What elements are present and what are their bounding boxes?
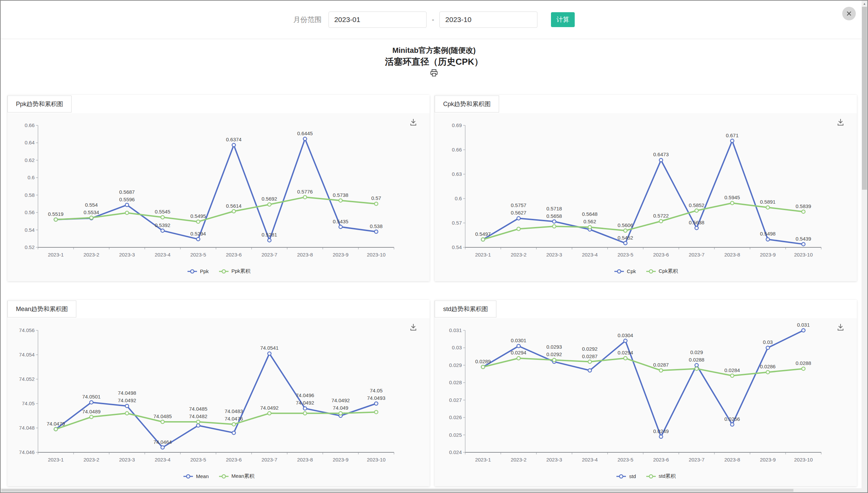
std累积-point[interactable]: [481, 365, 485, 369]
tab-cpk-trend[interactable]: Cpk趋势和累积图: [435, 96, 499, 112]
end-month-input[interactable]: [439, 12, 537, 28]
Cpk累积-point[interactable]: [517, 227, 520, 231]
Ppk累积-point[interactable]: [161, 215, 164, 219]
Ppk累积-point[interactable]: [232, 210, 236, 213]
Cpk-point[interactable]: [731, 139, 734, 143]
legend-item-std累积[interactable]: std累积: [646, 473, 676, 479]
legend-item-Cpk累积[interactable]: Cpk累积: [646, 268, 678, 274]
calculate-button[interactable]: 计算: [551, 12, 575, 27]
scroll-up-arrow[interactable]: ▲: [862, 1, 867, 7]
Cpk累积-point[interactable]: [481, 238, 485, 241]
legend-item-Cpk[interactable]: Cpk: [614, 268, 636, 274]
Cpk累积-point[interactable]: [802, 210, 805, 213]
std累积-point[interactable]: [659, 369, 663, 372]
Mean累积-point[interactable]: [54, 428, 58, 431]
Ppk累积-point[interactable]: [54, 218, 58, 221]
Mean累积-point[interactable]: [268, 412, 271, 415]
std-chart-canvas[interactable]: 0.0240.0250.0260.0270.0280.0290.030.0312…: [435, 320, 857, 474]
Cpk累积-point[interactable]: [588, 225, 592, 229]
Mean-point[interactable]: [268, 352, 271, 355]
std累积-point[interactable]: [624, 356, 627, 360]
std-point[interactable]: [517, 344, 520, 348]
Mean累积-point[interactable]: [90, 415, 93, 419]
Ppk累积-point[interactable]: [268, 203, 271, 206]
ppk-chart-canvas[interactable]: 0.520.540.560.580.60.620.640.662023-1202…: [7, 115, 430, 269]
Mean-point[interactable]: [90, 400, 93, 404]
Cpk-point[interactable]: [802, 243, 805, 246]
Mean-point[interactable]: [375, 402, 378, 405]
legend-item-Mean[interactable]: Mean: [183, 473, 209, 479]
std累积-point[interactable]: [695, 367, 698, 370]
horizontal-scrollbar[interactable]: [1, 488, 862, 492]
Ppk-point[interactable]: [268, 239, 271, 242]
tab-std-trend[interactable]: std趋势和累积图: [435, 301, 496, 317]
print-button[interactable]: [429, 68, 439, 79]
vertical-scrollbar-thumb[interactable]: [862, 7, 867, 190]
Mean累积-point[interactable]: [125, 412, 129, 415]
Mean-point[interactable]: [232, 431, 236, 434]
Mean累积-point[interactable]: [232, 423, 236, 426]
download-button[interactable]: [409, 323, 417, 332]
std-point[interactable]: [659, 435, 663, 438]
Cpk累积-point[interactable]: [624, 229, 627, 232]
legend-item-Mean累积[interactable]: Mean累积: [218, 473, 255, 479]
Cpk-point[interactable]: [766, 238, 770, 241]
Mean累积-point[interactable]: [197, 420, 200, 424]
Mean累积-point[interactable]: [339, 412, 342, 415]
close-button[interactable]: [842, 7, 856, 20]
std累积-point[interactable]: [553, 358, 556, 362]
Ppk-point[interactable]: [375, 230, 378, 233]
Ppk-point[interactable]: [161, 229, 164, 232]
Cpk-point[interactable]: [695, 226, 698, 230]
Cpk-point[interactable]: [553, 220, 556, 223]
download-button[interactable]: [836, 118, 845, 127]
cpk-chart-canvas[interactable]: 0.540.570.60.630.660.692023-12023-22023-…: [435, 115, 857, 269]
Ppk累积-point[interactable]: [303, 196, 307, 199]
legend-item-std[interactable]: std: [616, 473, 636, 479]
Ppk-point[interactable]: [232, 143, 236, 147]
horizontal-scrollbar-thumb[interactable]: [1, 489, 793, 492]
tab-mean-trend[interactable]: Mean趋势和累积图: [7, 301, 76, 317]
std累积-point[interactable]: [766, 370, 770, 374]
Ppk累积-point[interactable]: [90, 216, 93, 220]
Cpk-point[interactable]: [624, 242, 627, 245]
std-point[interactable]: [695, 364, 698, 367]
Mean累积-point[interactable]: [161, 420, 164, 424]
std累积-point[interactable]: [588, 360, 592, 364]
Cpk累积-point[interactable]: [659, 220, 663, 223]
Ppk累积-point[interactable]: [125, 211, 129, 214]
Mean-point[interactable]: [197, 424, 200, 427]
Mean-point[interactable]: [125, 404, 129, 408]
Ppk累积-point[interactable]: [197, 220, 200, 223]
Ppk累积-point[interactable]: [375, 202, 378, 205]
std-point[interactable]: [766, 346, 770, 349]
download-button[interactable]: [409, 118, 417, 127]
legend-item-Ppk累积[interactable]: Ppk累积: [218, 268, 251, 274]
Mean-point[interactable]: [303, 407, 307, 410]
Cpk累积-point[interactable]: [731, 201, 734, 205]
mean-chart-canvas[interactable]: 74.04674.04874.0574.05274.05474.0562023-…: [7, 320, 430, 474]
std-point[interactable]: [624, 339, 627, 343]
std-point[interactable]: [588, 369, 592, 372]
Ppk-point[interactable]: [197, 238, 200, 241]
std累积-point[interactable]: [802, 367, 805, 370]
Mean累积-point[interactable]: [375, 410, 378, 414]
download-button[interactable]: [836, 323, 845, 332]
legend-item-Ppk[interactable]: Ppk: [187, 268, 209, 274]
tab-ppk-trend[interactable]: Ppk趋势和累积图: [7, 96, 72, 112]
Mean-point[interactable]: [161, 446, 164, 449]
std累积-point[interactable]: [731, 374, 734, 377]
Ppk累积-point[interactable]: [339, 199, 342, 202]
Ppk-point[interactable]: [303, 137, 307, 141]
start-month-input[interactable]: [329, 12, 427, 28]
Cpk累积-point[interactable]: [766, 206, 770, 209]
Cpk累积-point[interactable]: [695, 209, 698, 212]
std-point[interactable]: [802, 329, 805, 332]
Ppk-point[interactable]: [125, 203, 129, 207]
Cpk-point[interactable]: [517, 217, 520, 220]
Cpk累积-point[interactable]: [553, 225, 556, 228]
Cpk-point[interactable]: [659, 158, 663, 162]
Mean累积-point[interactable]: [303, 412, 307, 415]
std累积-point[interactable]: [517, 356, 520, 360]
vertical-scrollbar[interactable]: ▲: [862, 1, 867, 492]
